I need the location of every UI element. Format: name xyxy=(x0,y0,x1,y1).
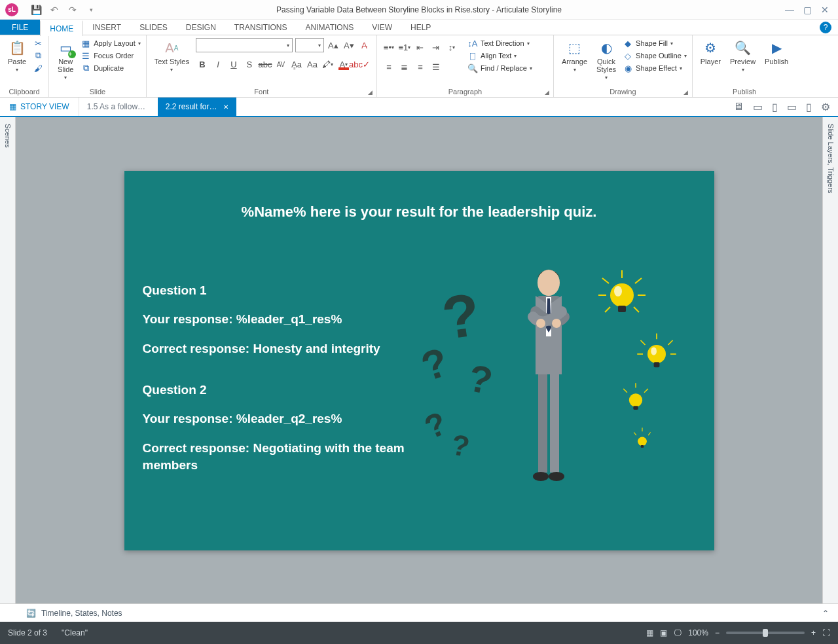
format-painter-button[interactable]: 🖌 xyxy=(33,63,43,73)
timeline-bar[interactable]: 🔄 Timeline, States, Notes ⌃ xyxy=(0,603,838,622)
shape-outline-button[interactable]: ◇Shape Outline ▾ xyxy=(623,50,687,61)
shape-fill-button[interactable]: ◆Shape Fill ▾ xyxy=(623,38,687,48)
lightbulb-icon[interactable] xyxy=(596,269,648,321)
change-case-button[interactable]: Aa xyxy=(306,58,319,71)
zoom-level[interactable]: 100% xyxy=(688,628,708,637)
fit-to-window-icon[interactable]: ⛶ xyxy=(822,628,830,637)
story-view-button[interactable]: ▦STORY VIEW xyxy=(0,98,79,116)
new-slide-button[interactable]: ▭+ New Slide ▾ xyxy=(54,38,77,82)
cut-button[interactable]: ✂ xyxy=(33,38,43,48)
character-spacing-button[interactable]: A͇a xyxy=(290,58,303,71)
tab-help[interactable]: HELP xyxy=(401,20,440,35)
phone-landscape-icon[interactable]: ▭ xyxy=(787,101,797,113)
shape-effect-button[interactable]: ◉Shape Effect ▾ xyxy=(623,63,687,73)
font-name-combo[interactable]: ▾ xyxy=(196,38,293,52)
decrease-indent-button[interactable]: ⇤ xyxy=(414,41,427,54)
question-mark-icon[interactable]: ? xyxy=(448,428,471,463)
minimize-icon[interactable]: — xyxy=(785,5,794,15)
tab-slides[interactable]: SLIDES xyxy=(130,20,177,35)
preview-button[interactable]: 🔍Preview▾ xyxy=(727,38,758,74)
question-mark-icon[interactable]: ? xyxy=(464,355,496,403)
slide-tab-1[interactable]: 1.5 As a follower… xyxy=(79,98,158,116)
focus-order-button[interactable]: ☰Focus Order xyxy=(81,50,141,61)
tablet-landscape-icon[interactable]: ▭ xyxy=(753,101,763,113)
bullets-button[interactable]: ≡•▾ xyxy=(382,41,395,54)
qat-customize-icon[interactable]: ▾ xyxy=(84,3,98,17)
redo-icon[interactable]: ↷ xyxy=(65,3,80,17)
reading-view-icon[interactable]: 🖵 xyxy=(674,628,682,637)
businessman-image[interactable] xyxy=(516,266,581,501)
arrange-button[interactable]: ⬚Arrange▾ xyxy=(559,38,590,74)
timeline-toggle-icon[interactable]: 🔄 xyxy=(26,609,36,618)
bold-button[interactable]: B xyxy=(196,58,209,71)
save-icon[interactable]: 💾 xyxy=(29,3,43,17)
question-1-block[interactable]: Question 1 Your response: %leader_q1_res… xyxy=(143,282,424,370)
duplicate-button[interactable]: ⧉Duplicate xyxy=(81,63,141,73)
question-mark-icon[interactable]: ? xyxy=(437,279,483,353)
slide-layers-panel-collapsed[interactable]: Slide Layers, Triggers xyxy=(822,117,838,603)
shadow-button[interactable]: S xyxy=(243,58,256,71)
quick-styles-button[interactable]: ◐Quick Styles▾ xyxy=(594,38,619,82)
zoom-in-icon[interactable]: + xyxy=(811,628,816,637)
line-spacing-button[interactable]: ↕▾ xyxy=(445,41,458,54)
increase-indent-button[interactable]: ⇥ xyxy=(429,41,443,54)
font-color-button[interactable]: A▾ xyxy=(337,58,350,71)
paragraph-dialog-launcher[interactable]: ◢ xyxy=(545,89,549,96)
chevron-up-icon[interactable]: ⌃ xyxy=(822,609,838,618)
align-text-button[interactable]: ⎕Align Text ▾ xyxy=(467,50,532,61)
zoom-out-icon[interactable]: − xyxy=(715,628,720,637)
close-tab-icon[interactable]: ✕ xyxy=(223,103,228,111)
undo-icon[interactable]: ↶ xyxy=(47,3,62,17)
underline-button[interactable]: U xyxy=(227,58,240,71)
desktop-icon[interactable]: 🖥 xyxy=(733,101,744,113)
find-replace-button[interactable]: 🔍Find / Replace ▾ xyxy=(467,63,532,73)
maximize-icon[interactable]: ▢ xyxy=(803,5,812,15)
paste-button[interactable]: 📋 Paste ▾ xyxy=(5,38,29,74)
text-styles-button[interactable]: AA Text Styles ▾ xyxy=(152,38,192,74)
player-button[interactable]: ⚙Player xyxy=(698,38,723,67)
font-dialog-launcher[interactable]: ◢ xyxy=(368,89,373,96)
align-left-button[interactable]: ≡ xyxy=(382,60,395,73)
question-2-block[interactable]: Question 2 Your response: %leader_q2_res… xyxy=(143,382,424,486)
tab-design[interactable]: DESIGN xyxy=(177,20,225,35)
publish-button[interactable]: ▶Publish xyxy=(762,38,791,67)
apply-layout-button[interactable]: ▦Apply Layout ▾ xyxy=(81,38,141,48)
lightbulb-icon[interactable] xyxy=(617,380,655,418)
justify-button[interactable]: ☰ xyxy=(429,60,443,73)
tab-transitions[interactable]: TRANSITIONS xyxy=(225,20,297,35)
zoom-slider[interactable] xyxy=(726,632,805,634)
slide[interactable]: %Name% here is your result for the leade… xyxy=(124,171,714,550)
text-direction-button[interactable]: ↕AText Direction ▾ xyxy=(467,38,532,48)
increase-font-icon[interactable]: A▴ xyxy=(327,39,340,52)
tablet-portrait-icon[interactable]: ▯ xyxy=(772,101,778,113)
spellcheck-button[interactable]: abc✓ xyxy=(353,58,366,71)
tab-animations[interactable]: ANIMATIONS xyxy=(297,20,363,35)
lightbulb-icon[interactable] xyxy=(634,331,680,377)
close-icon[interactable]: ✕ xyxy=(821,5,829,15)
align-center-button[interactable]: ≣ xyxy=(398,60,411,73)
tab-file[interactable]: FILE xyxy=(0,20,40,35)
tab-view[interactable]: VIEW xyxy=(363,20,401,35)
numbering-button[interactable]: ≡1▾ xyxy=(398,41,411,54)
normal-view-icon[interactable]: ▦ xyxy=(646,628,653,637)
help-icon[interactable]: ? xyxy=(820,22,831,33)
align-right-button[interactable]: ≡ xyxy=(414,60,427,73)
decrease-font-icon[interactable]: A▾ xyxy=(342,39,355,52)
settings-gear-icon[interactable]: ⚙ xyxy=(821,101,830,113)
drawing-dialog-launcher[interactable]: ◢ xyxy=(683,89,688,96)
tab-home[interactable]: HOME xyxy=(40,20,83,36)
phone-portrait-icon[interactable]: ▯ xyxy=(806,101,812,113)
slide-tab-2[interactable]: 2.2 result for t…✕ xyxy=(158,98,236,116)
copy-button[interactable]: ⧉ xyxy=(33,50,43,61)
tab-insert[interactable]: INSERT xyxy=(83,20,130,35)
slide-canvas[interactable]: %Name% here is your result for the leade… xyxy=(16,117,822,603)
strikethrough-button[interactable]: abc xyxy=(259,58,272,71)
slide-heading[interactable]: %Name% here is your result for the leade… xyxy=(124,204,714,221)
font-size-combo[interactable]: ▾ xyxy=(295,38,324,52)
clear-formatting-icon[interactable]: A̶ xyxy=(358,39,371,52)
italic-button[interactable]: I xyxy=(211,58,225,71)
lightbulb-icon[interactable] xyxy=(627,425,657,455)
subscript-button[interactable]: AV xyxy=(274,58,287,71)
highlight-button[interactable]: 🖍▾ xyxy=(321,58,335,71)
slide-sorter-icon[interactable]: ▣ xyxy=(660,628,667,637)
